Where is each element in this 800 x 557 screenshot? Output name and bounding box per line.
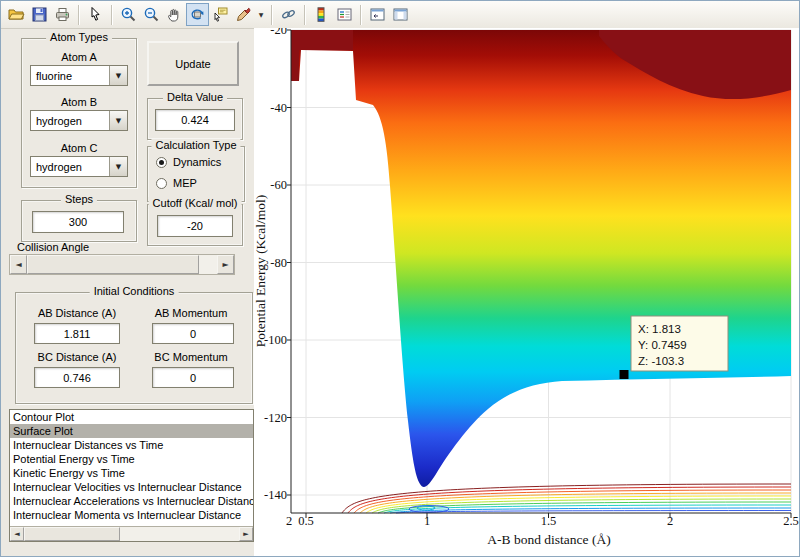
list-item-internuclear-distances[interactable]: Internuclear Distances vs Time — [10, 438, 253, 452]
cutoff-field[interactable]: -20 — [157, 215, 233, 237]
atom-c-value: hydrogen — [31, 157, 109, 176]
bc-distance-label: BC Distance (A) — [24, 351, 130, 363]
mep-radio-row[interactable]: MEP — [156, 177, 197, 189]
atom-types-title: Atom Types — [46, 31, 112, 43]
steps-value: 300 — [69, 216, 87, 228]
slider-track[interactable] — [199, 255, 217, 274]
data-cursor-button[interactable] — [209, 3, 232, 26]
rotate-3d-button[interactable] — [186, 3, 209, 26]
open-file-button[interactable] — [5, 3, 28, 26]
y-tick-label: -80 — [270, 256, 287, 270]
insert-colorbar-button[interactable] — [310, 3, 333, 26]
show-plot-tools-icon — [392, 6, 409, 23]
open-folder-icon — [8, 6, 25, 23]
list-item-internuclear-velocities[interactable]: Internuclear Velocities vs Internuclear … — [10, 480, 253, 494]
mep-radio[interactable] — [156, 178, 167, 189]
list-item-kinetic-energy[interactable]: Kinetic Energy vs Time — [10, 466, 253, 480]
atom-a-dropdown[interactable]: fluorine ▼ — [30, 65, 128, 86]
y-tick-label: -140 — [264, 488, 287, 502]
hide-plot-tools-button[interactable] — [366, 3, 389, 26]
delta-value-title: Delta Value — [163, 91, 227, 103]
slider-right-arrow[interactable]: ► — [217, 255, 234, 274]
legend-icon — [336, 6, 353, 23]
save-figure-button[interactable] — [28, 3, 51, 26]
bc-momentum-field[interactable]: 0 — [152, 367, 234, 388]
figure-canvas[interactable]: -20 -40 -60 -80 -100 -120 -140 2 0.5 1 1… — [254, 28, 800, 557]
arrow-right-icon: ► — [222, 260, 228, 269]
plot-type-listbox[interactable]: Contour Plot Surface Plot Internuclear D… — [9, 409, 254, 542]
dropdown-arrow-button[interactable]: ▼ — [109, 66, 127, 85]
mep-radio-label: MEP — [173, 177, 197, 189]
brush-options-caret[interactable]: ▼ — [255, 3, 267, 26]
list-item-internuclear-accelerations[interactable]: Internuclear Accelerations vs Internucle… — [10, 494, 253, 508]
dropdown-arrow-button[interactable]: ▼ — [109, 111, 127, 130]
ab-distance-field[interactable]: 1.811 — [34, 323, 120, 344]
update-button[interactable]: Update — [147, 41, 239, 86]
scrollbar-thumb[interactable] — [24, 527, 120, 541]
link-plot-button[interactable] — [277, 3, 300, 26]
arrow-right-icon: ► — [243, 530, 248, 538]
zoom-in-button[interactable] — [117, 3, 140, 26]
chevron-down-icon: ▼ — [116, 72, 121, 80]
slider-thumb[interactable] — [27, 255, 199, 274]
cutoff-group: Cutoff (Kcal/ mol) -20 — [147, 204, 243, 246]
zoom-out-button[interactable] — [140, 3, 163, 26]
toolbar-separator — [111, 5, 113, 25]
atom-b-dropdown[interactable]: hydrogen ▼ — [30, 110, 128, 131]
zoom-out-icon — [143, 6, 160, 23]
atom-a-value: fluorine — [31, 66, 109, 85]
corner-tick-label: 2 — [286, 514, 292, 528]
steps-field[interactable]: 300 — [32, 211, 124, 233]
pointer-tool-button[interactable] — [84, 3, 107, 26]
delta-value-group: Delta Value 0.424 — [147, 98, 243, 140]
atom-c-dropdown[interactable]: hydrogen ▼ — [30, 156, 128, 177]
collision-angle-slider[interactable]: ◄ ► — [9, 254, 235, 275]
potential-energy-surface[interactable] — [291, 30, 791, 487]
dropdown-arrow-button[interactable]: ▼ — [109, 157, 127, 176]
bc-distance-field[interactable]: 0.746 — [34, 367, 120, 388]
x-tick-label: 1.5 — [541, 514, 557, 528]
printer-icon — [54, 6, 71, 23]
insert-legend-button[interactable] — [333, 3, 356, 26]
collision-angle-label: Collision Angle — [17, 241, 89, 253]
list-item-potential-energy[interactable]: Potential Energy vs Time — [10, 452, 253, 466]
initial-conditions-title: Initial Conditions — [90, 285, 179, 297]
data-cursor-icon — [212, 6, 229, 23]
scrollbar-track[interactable] — [120, 527, 239, 541]
arrow-left-icon: ◄ — [14, 530, 19, 538]
brush-tool-button[interactable] — [232, 3, 255, 26]
dynamics-radio[interactable] — [156, 157, 167, 168]
dynamics-radio-row[interactable]: Dynamics — [156, 156, 221, 168]
print-figure-button[interactable] — [51, 3, 74, 26]
slider-left-arrow[interactable]: ◄ — [10, 255, 27, 274]
colorbar-icon — [313, 6, 330, 23]
calculation-type-title: Calculation Type — [151, 139, 240, 151]
toolbar-separator — [360, 5, 362, 25]
atom-b-value: hydrogen — [31, 111, 109, 130]
data-tip-x: X: 1.813 — [638, 323, 681, 335]
data-tip[interactable]: X: 1.813 Y: 0.7459 Z: -103.3 — [620, 316, 729, 379]
ab-momentum-label: AB Momentum — [138, 307, 244, 319]
update-button-label: Update — [175, 58, 210, 70]
toolbar-separator — [304, 5, 306, 25]
list-item-surface-plot[interactable]: Surface Plot — [10, 424, 253, 438]
list-item-internuclear-momenta[interactable]: Internuclear Momenta vs Internuclear Dis… — [10, 508, 253, 522]
data-tip-marker[interactable] — [620, 370, 629, 379]
ab-distance-value: 1.811 — [64, 328, 91, 340]
ab-momentum-field[interactable]: 0 — [152, 323, 234, 344]
zoom-in-icon — [120, 6, 137, 23]
list-item-contour-plot[interactable]: Contour Plot — [10, 410, 253, 424]
scrollbar-left-arrow[interactable]: ◄ — [10, 527, 24, 541]
delta-value-field[interactable]: 0.424 — [155, 109, 235, 131]
y-axis-label: Potential Energy (Kcal/mol) — [254, 195, 268, 348]
steps-group: Steps 300 — [21, 200, 137, 242]
calculation-type-group: Calculation Type Dynamics MEP — [147, 146, 245, 202]
y-tick-label: -120 — [264, 411, 287, 425]
listbox-horizontal-scrollbar[interactable]: ◄ ► — [10, 526, 253, 541]
scrollbar-right-arrow[interactable]: ► — [239, 527, 253, 541]
surface-plot[interactable]: -20 -40 -60 -80 -100 -120 -140 2 0.5 1 1… — [254, 28, 800, 557]
bc-distance-value: 0.746 — [63, 372, 91, 384]
pan-tool-button[interactable] — [163, 3, 186, 26]
show-plot-tools-button[interactable] — [389, 3, 412, 26]
hand-pan-icon — [166, 6, 183, 23]
